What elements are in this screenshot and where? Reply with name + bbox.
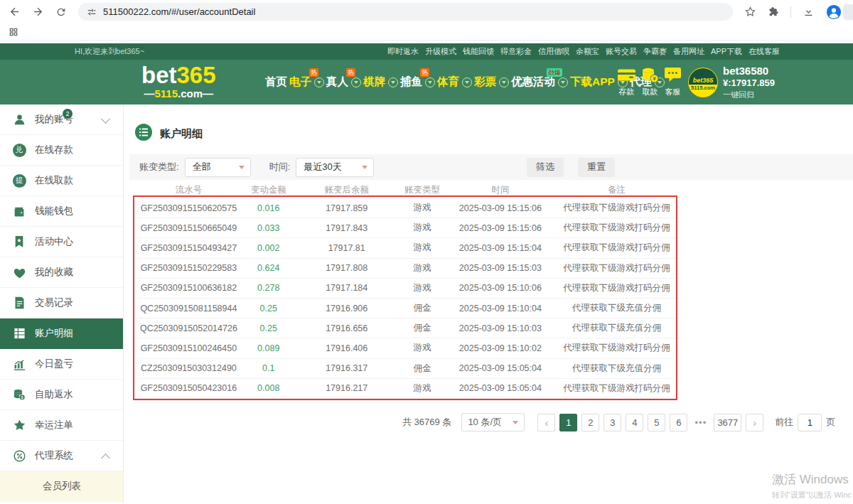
nav-item-label: 彩票 [474, 75, 496, 90]
sidebar-item-today-pnl[interactable]: 今日盈亏 [0, 349, 123, 380]
side-panel-icon[interactable] [843, 4, 853, 20]
topbar-link[interactable]: 得意彩金 [500, 46, 532, 57]
topbar-link[interactable]: 即时返水 [387, 46, 419, 57]
table-cell: 17917.843 [294, 223, 399, 233]
page-button[interactable]: 5 [648, 414, 665, 431]
sidebar-item-account-detail[interactable]: 账户明细 [0, 318, 123, 349]
site-logo[interactable]: bet365 —5115.com— [141, 63, 216, 99]
topbar-link[interactable]: 钱能回馈 [463, 46, 494, 57]
topbar-link[interactable]: 升级模式 [425, 46, 456, 57]
sidebar-item-qianneng-wallet[interactable]: 钱能钱包 [0, 196, 123, 227]
table-cell: 17917.184 [294, 283, 399, 293]
forward-icon[interactable] [32, 6, 44, 18]
notification-badge: 2 [63, 109, 73, 119]
toolbar-divider [790, 6, 791, 18]
sidebar-item-my-favorites[interactable]: 我的收藏 [0, 257, 123, 288]
topbar-link[interactable]: 争霸赛 [643, 46, 667, 57]
ribbon-icon [12, 235, 26, 248]
sidebar-item-member-list[interactable]: 会员列表 [0, 471, 123, 502]
topbar-link[interactable]: 余额宝 [576, 46, 599, 57]
table-cell: 代理获取下级充值分佣 [556, 302, 677, 314]
type-filter-label: 账变类型: [139, 161, 179, 173]
sidebar-item-self-rebate[interactable]: $自助返水 [0, 380, 123, 410]
sidebar-item-label: 钱能钱包 [35, 205, 73, 218]
quick-action-label: 取款 [643, 87, 658, 97]
nav-item-promotions[interactable]: 优惠活动劲爆 [511, 75, 568, 90]
nav-item-home[interactable]: 首页 [265, 75, 287, 90]
sidebar-item-online-deposit[interactable]: 兑在线存款 [0, 135, 123, 166]
downloads-icon[interactable] [803, 6, 815, 18]
quick-action-deposit[interactable]: 存款 [617, 67, 636, 97]
topbar-link[interactable]: 备用网址 [673, 46, 704, 57]
reset-button[interactable]: 重置 [578, 158, 615, 177]
quick-action-service[interactable]: 客服 [664, 67, 682, 97]
sidebar-item-lucky-bets[interactable]: 幸运注单 [0, 410, 123, 441]
sidebar-item-transaction-records[interactable]: 交易记录 [0, 288, 123, 318]
page-button[interactable]: 3677 [714, 414, 741, 431]
topbar-link[interactable]: 账号交易 [606, 46, 637, 57]
account-username: bet36580 [723, 65, 775, 77]
table-cell: 代理获取下级游戏打码分佣 [556, 262, 677, 274]
nav-item-chess[interactable]: 棋牌 [363, 75, 398, 90]
nav-item-lottery[interactable]: 彩票 [474, 75, 509, 90]
nav-item-slots[interactable]: 电子热 [289, 75, 324, 90]
sidebar-item-agent-system[interactable]: 代理系统 [0, 441, 123, 471]
topbar-link[interactable]: APP下载 [711, 46, 742, 57]
sidebar: 我的账号2兑在线存款提在线取款钱能钱包活动中心我的收藏交易记录账户明细今日盈亏$… [0, 104, 124, 503]
table-header-row: 流水号变动金额账变后余额账变类型时间备注 [134, 182, 677, 198]
chevron-down-icon [314, 77, 324, 87]
back-icon[interactable] [9, 6, 21, 18]
one-key-return-link[interactable]: 一键回归 [723, 90, 775, 100]
table-cell: 2025-03-09 15:10:06 [445, 283, 556, 293]
table-cell: 2025-03-09 15:05:04 [445, 363, 556, 373]
table-cell: 代理获取下级充值分佣 [556, 363, 677, 375]
filter-button[interactable]: 筛选 [527, 158, 564, 177]
next-page-button[interactable]: › [746, 414, 763, 431]
table-row: GF250309151502295830.62417917.808游戏2025-… [134, 259, 677, 279]
nav-item-fishing[interactable]: 捕鱼热 [400, 75, 435, 90]
coins-yuan-icon: ¥ [641, 67, 659, 86]
page-size-select[interactable]: 10 条/页 [461, 413, 525, 431]
table-cell: 17916.656 [294, 323, 399, 333]
time-select[interactable]: 最近30天 [296, 158, 374, 177]
hot-badge: 热 [309, 68, 318, 77]
sidebar-item-online-withdraw[interactable]: 提在线取款 [0, 166, 123, 196]
topbar-link[interactable]: 在线客服 [749, 46, 780, 57]
page-button[interactable]: 3 [603, 414, 621, 431]
goto-page-input[interactable] [798, 414, 822, 431]
sidebar-item-my-account[interactable]: 我的账号2 [0, 104, 123, 135]
table-cell: 佣金 [399, 322, 445, 334]
sidebar-item-activity-center[interactable]: 活动中心 [0, 227, 123, 257]
topbar-link[interactable]: 信用借呗 [538, 46, 569, 57]
table-cell: 游戏 [399, 222, 445, 234]
table-cell: 游戏 [399, 202, 445, 214]
apps-grid-icon[interactable] [9, 27, 18, 37]
watermark-line1: 激活 Windows [772, 471, 852, 488]
site-header: bet365 —5115.com— 首页电子热真人热棋牌捕鱼热体育彩票优惠活动劲… [0, 60, 853, 104]
sidebar-item-label: 幸运注单 [35, 419, 73, 431]
prev-page-button[interactable]: ‹ [537, 414, 555, 431]
sidebar-item-label: 在线取款 [35, 174, 73, 187]
chevron-down-icon [499, 77, 509, 87]
page-button[interactable]: 1 [559, 414, 577, 431]
url-bar[interactable]: 511500222.com/#/user/accountDetail [78, 3, 733, 21]
profile-avatar[interactable] [826, 4, 842, 20]
table-cell: 游戏 [399, 342, 445, 354]
column-header: 备注 [556, 184, 677, 196]
nav-item-sports[interactable]: 体育 [437, 75, 472, 90]
quick-action-withdraw[interactable]: ¥取款 [641, 67, 659, 97]
chevron-up-icon [101, 454, 110, 463]
page-button[interactable]: 4 [626, 414, 643, 431]
refresh-icon[interactable] [55, 6, 67, 18]
withdraw-circle-icon: 提 [13, 174, 26, 188]
pagination-ellipsis[interactable]: ••• [692, 414, 709, 431]
type-select[interactable]: 全部 [185, 158, 251, 177]
page-button[interactable]: 2 [581, 414, 599, 431]
url-text[interactable]: 511500222.com/#/user/accountDetail [103, 6, 255, 17]
nav-item-live[interactable]: 真人热 [326, 75, 361, 90]
site-settings-icon[interactable] [87, 7, 97, 17]
withdraw-circle-icon: 提 [12, 174, 26, 188]
extensions-icon[interactable] [768, 6, 779, 18]
page-button[interactable]: 6 [670, 414, 687, 431]
bookmark-star-icon[interactable] [744, 6, 756, 18]
